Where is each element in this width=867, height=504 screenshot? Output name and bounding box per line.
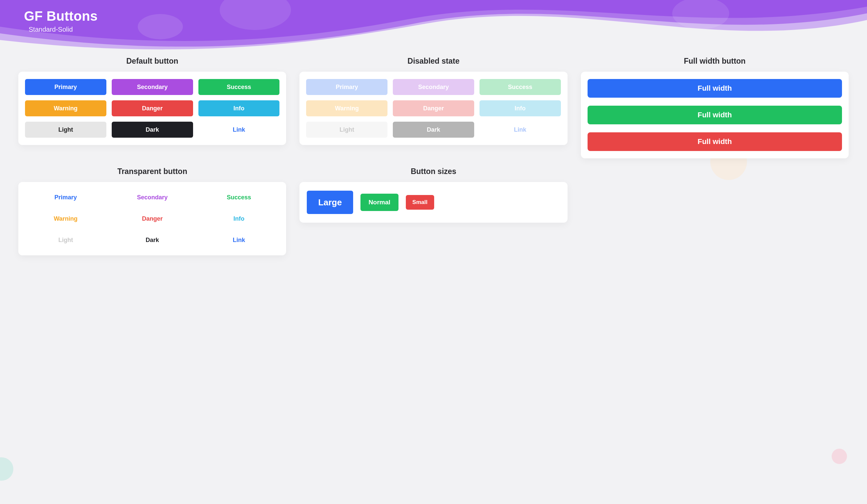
page-title: GF Buttons (24, 9, 867, 24)
btn-dark[interactable]: Dark (112, 122, 193, 138)
btn-t-danger[interactable]: Danger (112, 211, 193, 227)
btn-info-disabled: Info (480, 100, 561, 116)
btn-t-warning[interactable]: Warning (25, 211, 106, 227)
card-default: Primary Secondary Success Warning Danger… (18, 72, 286, 145)
section-fullwidth: Full width button Full width Full width … (581, 57, 849, 158)
card-transparent: Primary Secondary Success Warning Danger… (18, 182, 286, 255)
btn-fullwidth-success[interactable]: Full width (588, 106, 842, 124)
section-title-fullwidth: Full width button (684, 57, 746, 66)
card-fullwidth: Full width Full width Full width (581, 72, 849, 158)
btn-danger-disabled: Danger (393, 100, 474, 116)
btn-t-secondary[interactable]: Secondary (112, 189, 193, 205)
btn-t-success[interactable]: Success (199, 189, 280, 205)
btn-size-small[interactable]: Small (406, 195, 434, 210)
content-grid: Default button Primary Secondary Success… (0, 53, 867, 269)
btn-t-primary[interactable]: Primary (25, 189, 106, 205)
btn-secondary[interactable]: Secondary (112, 79, 193, 95)
btn-size-normal[interactable]: Normal (361, 194, 398, 211)
btn-t-link[interactable]: Link (199, 232, 280, 248)
btn-danger[interactable]: Danger (112, 100, 193, 116)
btn-success[interactable]: Success (199, 79, 280, 95)
btn-warning-disabled: Warning (306, 100, 387, 116)
btn-dark-disabled: Dark (393, 122, 474, 138)
btn-link-disabled: Link (480, 122, 561, 138)
btn-warning[interactable]: Warning (25, 100, 106, 116)
btn-t-light[interactable]: Light (25, 232, 106, 248)
section-disabled: Disabled state Primary Secondary Success… (299, 57, 567, 158)
btn-primary[interactable]: Primary (25, 79, 106, 95)
btn-secondary-disabled: Secondary (393, 79, 474, 95)
card-disabled: Primary Secondary Success Warning Danger… (299, 72, 567, 145)
decoration-blob-pink (832, 449, 847, 464)
section-default: Default button Primary Secondary Success… (18, 57, 286, 158)
section-transparent: Transparent button Primary Secondary Suc… (18, 167, 286, 255)
btn-info[interactable]: Info (199, 100, 280, 116)
section-title-default: Default button (126, 57, 179, 66)
page-subtitle: Standard-Solid (29, 26, 867, 33)
btn-fullwidth-danger[interactable]: Full width (588, 132, 842, 151)
btn-size-large[interactable]: Large (307, 191, 353, 214)
btn-success-disabled: Success (480, 79, 561, 95)
btn-t-dark[interactable]: Dark (112, 232, 193, 248)
btn-light[interactable]: Light (25, 122, 106, 138)
decoration-blob-teal (0, 457, 13, 481)
btn-link[interactable]: Link (199, 122, 280, 138)
btn-fullwidth-primary[interactable]: Full width (588, 79, 842, 98)
card-sizes: Large Normal Small (299, 182, 567, 223)
hero-header: GF Buttons Standard-Solid (0, 0, 867, 53)
section-title-disabled: Disabled state (407, 57, 460, 66)
section-title-sizes: Button sizes (411, 167, 457, 176)
section-sizes: Button sizes Large Normal Small (299, 167, 567, 255)
btn-t-info[interactable]: Info (199, 211, 280, 227)
btn-light-disabled: Light (306, 122, 387, 138)
section-title-transparent: Transparent button (117, 167, 188, 176)
btn-primary-disabled: Primary (306, 79, 387, 95)
